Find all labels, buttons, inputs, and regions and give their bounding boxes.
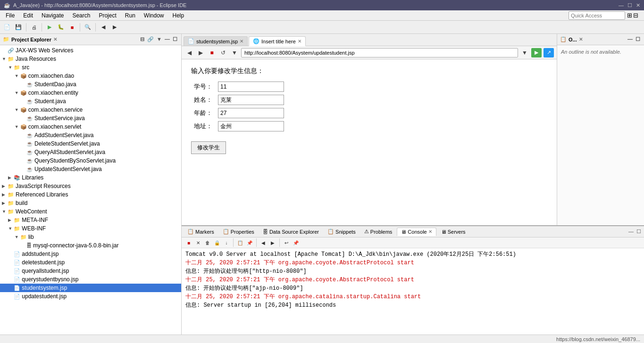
- tree-item[interactable]: ▼📦com.xiaochen.dao: [0, 72, 181, 80]
- tab-snippets[interactable]: 📋 Snippets: [324, 228, 360, 236]
- console-next-btn[interactable]: ▶: [268, 238, 277, 247]
- tab-console-close[interactable]: ✕: [428, 229, 432, 234]
- project-tree[interactable]: 🔗JAX-WS Web Services▼📁Java Resources ▼📁s…: [0, 45, 181, 343]
- submit-btn[interactable]: 修改学生: [191, 141, 226, 154]
- tree-item[interactable]: 📄studentsystem.jsp: [0, 284, 181, 292]
- console-copy-btn[interactable]: 📋: [236, 238, 244, 247]
- console-remove-btn[interactable]: ✕: [194, 238, 202, 247]
- search-btn[interactable]: 🔍: [83, 22, 93, 33]
- tree-item[interactable]: ▼📁WebContent: [0, 207, 181, 216]
- menu-project[interactable]: Project: [95, 11, 120, 20]
- tree-item[interactable]: ▼📁lib: [0, 233, 181, 241]
- tab-properties[interactable]: 📋 Properties: [219, 228, 258, 236]
- menu-window[interactable]: Window: [140, 11, 168, 20]
- quick-access-input[interactable]: [569, 11, 625, 20]
- input-age[interactable]: [218, 108, 284, 118]
- bottom-maximize-btn[interactable]: ☐: [636, 229, 642, 235]
- new-btn[interactable]: 📄: [2, 22, 12, 33]
- nav-dropdown[interactable]: ▼: [230, 48, 239, 57]
- menu-search[interactable]: Search: [68, 11, 94, 20]
- refresh-btn[interactable]: ↺: [218, 48, 228, 57]
- outline-minimize[interactable]: —: [627, 36, 634, 42]
- tab-datasource[interactable]: 🗄 Data Source Explorer: [259, 228, 323, 236]
- tree-item[interactable]: 📄addstudent.jsp: [0, 250, 181, 258]
- tree-item[interactable]: ☕StudentService.java: [0, 114, 181, 122]
- tree-item[interactable]: 📄querystudentbysno.jsp: [0, 275, 181, 284]
- tree-item[interactable]: ▼📁Java Resources: [0, 55, 181, 63]
- tree-item[interactable]: ▼📦com.xiaochen.servlet: [0, 122, 181, 131]
- tab-studentsystem-close[interactable]: ✕: [240, 39, 243, 44]
- tab-insert-close[interactable]: ✕: [298, 39, 301, 44]
- input-address[interactable]: [218, 121, 284, 131]
- bottom-minimize-btn[interactable]: —: [627, 229, 635, 235]
- input-name[interactable]: [218, 95, 284, 105]
- tree-item[interactable]: ▼📦com.xiaochen.entity: [0, 89, 181, 97]
- tree-item[interactable]: ☕Student.java: [0, 97, 181, 106]
- tree-item[interactable]: ☕QueryStudentBySnoServlet.java: [0, 156, 181, 165]
- tree-item[interactable]: 📄queryallstudent.jsp: [0, 267, 181, 275]
- outline-maximize[interactable]: ☐: [635, 36, 641, 42]
- console-scroll-end-btn[interactable]: ↓: [222, 238, 231, 247]
- go-btn[interactable]: ▶: [531, 48, 542, 57]
- minimize-btn[interactable]: —: [619, 2, 624, 8]
- link-editor-btn[interactable]: 🔗: [146, 36, 155, 42]
- run-debug-btn[interactable]: ▶: [44, 22, 55, 33]
- print-btn[interactable]: 🖨: [29, 22, 39, 33]
- tree-item[interactable]: ☕QueryAllStudentServlet.java: [0, 148, 181, 156]
- close-btn[interactable]: ✕: [636, 2, 640, 8]
- tree-item[interactable]: ▼📁WEB-INF: [0, 224, 181, 233]
- tab-console[interactable]: 🖥 Console ✕: [397, 228, 436, 236]
- view-icon[interactable]: ⊟: [633, 12, 638, 19]
- console-paste-btn[interactable]: 📌: [245, 238, 254, 247]
- console-word-wrap-btn[interactable]: ↩: [282, 238, 291, 247]
- tab-markers[interactable]: 📋 Markers: [184, 228, 218, 236]
- input-student-id[interactable]: [218, 82, 284, 92]
- back-btn[interactable]: ◀: [184, 48, 194, 57]
- minimize-panel-btn[interactable]: —: [164, 36, 171, 42]
- back-history-btn[interactable]: ◀: [98, 22, 109, 33]
- stop-btn[interactable]: ■: [207, 48, 217, 57]
- tab-problems[interactable]: ⚠ Problems: [360, 228, 396, 236]
- tree-item[interactable]: ☕StudentDao.java: [0, 80, 181, 89]
- tree-item[interactable]: ☕UpdateStudentServlet.java: [0, 165, 181, 173]
- tab-studentsystem[interactable]: 📄 studentsystem.jsp ✕: [184, 36, 248, 46]
- stop-run-btn[interactable]: ■: [67, 22, 77, 33]
- tree-item[interactable]: 🗄mysql-connector-java-5.0.8-bin.jar: [0, 241, 181, 250]
- maximize-btn[interactable]: ☐: [627, 2, 632, 8]
- outline-close-icon[interactable]: ✕: [579, 37, 583, 42]
- tree-item[interactable]: ▼📁src: [0, 63, 181, 72]
- console-pin-btn[interactable]: 📌: [292, 238, 300, 247]
- save-btn[interactable]: 💾: [13, 22, 24, 33]
- forward-history-btn[interactable]: ▶: [109, 22, 120, 33]
- tree-item[interactable]: ☕DeleteStudentServlet.java: [0, 139, 181, 148]
- menu-help[interactable]: Help: [169, 11, 188, 20]
- console-clear-btn[interactable]: 🗑: [203, 238, 212, 247]
- menu-file[interactable]: File: [2, 11, 18, 20]
- tab-servers[interactable]: 🖥 Servers: [437, 228, 469, 236]
- console-prev-btn[interactable]: ◀: [259, 238, 268, 247]
- tree-item[interactable]: ☕AddStudentServlet.java: [0, 131, 181, 139]
- menu-navigate[interactable]: Navigate: [38, 11, 67, 20]
- url-input[interactable]: [241, 48, 518, 57]
- tree-item[interactable]: 🔗JAX-WS Web Services: [0, 46, 181, 55]
- view-menu-btn[interactable]: ▼: [156, 36, 163, 42]
- url-dropdown-btn[interactable]: ▼: [520, 48, 529, 57]
- console-scroll-lock-btn[interactable]: 🔒: [213, 238, 221, 247]
- tree-item[interactable]: 📄deletestudent.jsp: [0, 258, 181, 267]
- forward-btn[interactable]: ▶: [196, 48, 205, 57]
- perspective-icon[interactable]: ⊞: [627, 12, 632, 19]
- panel-close-icon[interactable]: ✕: [53, 37, 57, 42]
- menu-edit[interactable]: Edit: [19, 11, 37, 20]
- tab-insert-title[interactable]: 🌐 Insert title here ✕: [249, 36, 306, 46]
- tree-item[interactable]: ▶📚Libraries: [0, 173, 181, 182]
- menu-run[interactable]: Run: [121, 11, 139, 20]
- external-browser-btn[interactable]: ↗: [544, 48, 554, 57]
- maximize-panel-btn[interactable]: ☐: [172, 36, 178, 42]
- tree-item[interactable]: 📄updatestudent.jsp: [0, 292, 181, 301]
- tree-item[interactable]: ▶📁JavaScript Resources: [0, 182, 181, 190]
- console-terminate-btn[interactable]: ■: [184, 238, 193, 247]
- tree-item[interactable]: ▼📦com.xiaochen.service: [0, 106, 181, 114]
- tree-item[interactable]: ▶📁build: [0, 199, 181, 207]
- collapse-all-btn[interactable]: ⊟: [139, 36, 145, 42]
- tree-item[interactable]: ▶📁META-INF: [0, 216, 181, 224]
